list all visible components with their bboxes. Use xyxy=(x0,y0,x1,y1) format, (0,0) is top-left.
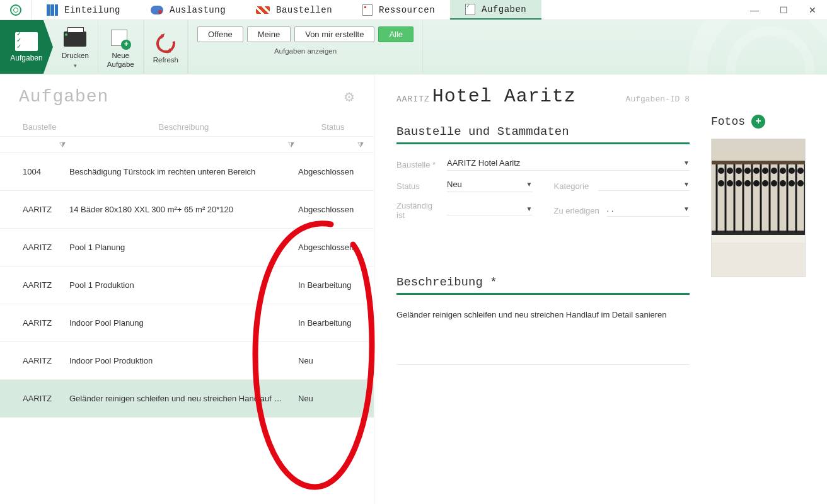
gear-icon[interactable]: ⚙ xyxy=(344,89,355,105)
col-beschreibung[interactable]: Beschreibung xyxy=(69,122,298,132)
minimize-button[interactable]: — xyxy=(740,0,769,20)
tab-auslastung[interactable]: Auslastung xyxy=(136,0,241,20)
value: AARITZ Hotel Aaritz xyxy=(447,158,520,168)
col-status[interactable]: Status xyxy=(298,122,374,132)
svg-point-26 xyxy=(727,180,733,186)
svg-point-19 xyxy=(753,168,760,174)
chevron-down-icon: ▼ xyxy=(683,159,690,166)
filter-offene-button[interactable]: Offene xyxy=(197,26,243,42)
tab-aufgaben[interactable]: Aufgaben xyxy=(450,0,541,20)
filter-von-mir-button[interactable]: Von mir erstellte xyxy=(294,26,374,42)
label-zustaendig: Zuständig ist xyxy=(396,201,441,220)
svg-point-23 xyxy=(789,168,795,174)
refresh-button[interactable]: Refresh xyxy=(144,20,188,74)
add-photo-button[interactable]: + xyxy=(751,115,765,129)
ribbon-label: Neue Aufgabe xyxy=(107,51,134,69)
svg-point-22 xyxy=(780,168,786,174)
photos-column: Fotos + xyxy=(711,86,806,504)
table-row[interactable]: AARITZIndoor Pool ProduktionNeu xyxy=(0,342,374,380)
value: . . xyxy=(607,204,614,214)
cell-beschreibung: Beschädigung Türstock im rechten unteren… xyxy=(69,167,298,176)
aufgaben-icon xyxy=(465,4,475,15)
tab-baustellen[interactable]: Baustellen xyxy=(241,0,347,20)
page-title: Aufgaben xyxy=(19,87,108,106)
tab-label: Auslastung xyxy=(170,5,226,15)
tab-ressourcen[interactable]: Ressourcen xyxy=(347,0,450,20)
print-button[interactable]: Drucken ▾ xyxy=(53,20,98,74)
app-logo[interactable] xyxy=(0,0,32,20)
svg-point-25 xyxy=(718,180,724,186)
cell-beschreibung: Pool 1 Produktion xyxy=(69,280,298,290)
cell-status: Abgeschlossen xyxy=(298,167,374,176)
svg-point-24 xyxy=(797,168,804,174)
new-task-button[interactable]: Neue Aufgabe xyxy=(98,20,144,74)
cell-status: Neu xyxy=(298,356,374,365)
fotos-label: Fotos xyxy=(711,115,745,128)
table-row[interactable]: 1004Beschädigung Türstock im rechten unt… xyxy=(0,153,374,191)
svg-point-18 xyxy=(744,168,751,174)
svg-point-33 xyxy=(789,180,795,186)
group-label: Aufgaben anzeigen xyxy=(197,47,414,55)
divider xyxy=(396,364,690,365)
svg-point-31 xyxy=(771,180,777,186)
refresh-icon xyxy=(153,30,178,56)
tab-label: Einteilung xyxy=(64,5,120,15)
main-area: Aufgaben ⚙ Baustelle Beschreibung Status… xyxy=(0,74,827,504)
filter-icon[interactable]: ⧩ xyxy=(284,140,298,149)
task-table: Baustelle Beschreibung Status ⧩ ⧩ ⧩ 1004… xyxy=(0,118,374,418)
field-erledigen[interactable]: . .▼ xyxy=(607,204,690,217)
svg-point-34 xyxy=(797,180,804,186)
close-button[interactable]: ✕ xyxy=(798,0,827,20)
value: Neu xyxy=(447,180,462,189)
table-filter-row: ⧩ ⧩ ⧩ xyxy=(0,137,374,153)
photo-thumbnail[interactable] xyxy=(711,139,806,277)
ribbon-label: Aufgaben xyxy=(10,54,42,62)
new-task-icon xyxy=(111,30,130,49)
task-id: Aufgaben-ID 8 xyxy=(626,94,690,104)
svg-point-20 xyxy=(762,168,768,174)
col-baustelle[interactable]: Baustelle xyxy=(0,122,69,132)
description-text[interactable]: Geländer reinigen schleifen und neu stre… xyxy=(396,309,690,321)
cell-beschreibung: Pool 1 Planung xyxy=(69,243,298,252)
table-row[interactable]: AARITZGeländer reinigen schleifen und ne… xyxy=(0,380,374,418)
field-zustaendig[interactable]: ▼ xyxy=(447,205,533,215)
filter-icon[interactable]: ⧩ xyxy=(354,140,367,149)
auslastung-icon xyxy=(151,6,163,14)
tab-einteilung[interactable]: Einteilung xyxy=(32,0,136,20)
field-baustelle[interactable]: AARITZ Hotel Aaritz▼ xyxy=(447,158,690,171)
field-status[interactable]: Neu▼ xyxy=(447,180,533,192)
header-title: Hotel Aaritz xyxy=(432,86,576,107)
cell-beschreibung: Indoor Pool Planung xyxy=(69,318,298,328)
filter-meine-button[interactable]: Meine xyxy=(247,26,291,42)
ribbon-label: Drucken xyxy=(62,51,89,60)
chevron-down-icon: ▼ xyxy=(526,205,533,212)
label-erledigen: Zu erledigen bis xyxy=(554,206,601,215)
dropdown-icon: ▾ xyxy=(74,62,77,69)
label-status: Status xyxy=(396,181,441,191)
filter-alle-button[interactable]: Alle xyxy=(378,26,414,42)
cell-beschreibung: Indoor Pool Produktion xyxy=(69,356,298,365)
ressourcen-icon xyxy=(362,4,373,16)
cell-baustelle: AARITZ xyxy=(0,243,69,252)
maximize-button[interactable]: ☐ xyxy=(769,0,798,20)
svg-point-16 xyxy=(727,168,733,174)
section-beschreibung-header: Beschreibung * xyxy=(396,275,690,295)
ribbon-aufgaben-button[interactable]: Aufgaben xyxy=(0,20,53,74)
filter-icon[interactable]: ⧩ xyxy=(55,140,69,149)
cell-status: Neu xyxy=(298,394,374,403)
table-row[interactable]: AARITZIndoor Pool PlanungIn Bearbeitung xyxy=(0,304,374,342)
table-row[interactable]: AARITZ14 Bäder 80x180 XXL 300 m²+ 65 m² … xyxy=(0,191,374,229)
svg-point-28 xyxy=(744,180,751,186)
table-row[interactable]: AARITZPool 1 ProduktionIn Bearbeitung xyxy=(0,266,374,304)
table-row[interactable]: AARITZPool 1 PlanungAbgeschlossen xyxy=(0,229,374,266)
checklist-icon xyxy=(15,32,38,51)
cell-status: Abgeschlossen xyxy=(298,205,374,214)
label-baustelle: Baustelle * xyxy=(396,160,441,169)
cell-beschreibung: Geländer reinigen schleifen und neu stre… xyxy=(69,394,298,403)
table-header: Baustelle Beschreibung Status xyxy=(0,118,374,137)
tab-label: Aufgaben xyxy=(482,4,526,14)
ribbon-label: Refresh xyxy=(153,55,178,64)
field-kategorie[interactable]: ▼ xyxy=(598,181,690,191)
section-stammdaten-header: Baustelle und Stammdaten xyxy=(396,125,690,144)
svg-rect-2 xyxy=(712,234,806,243)
